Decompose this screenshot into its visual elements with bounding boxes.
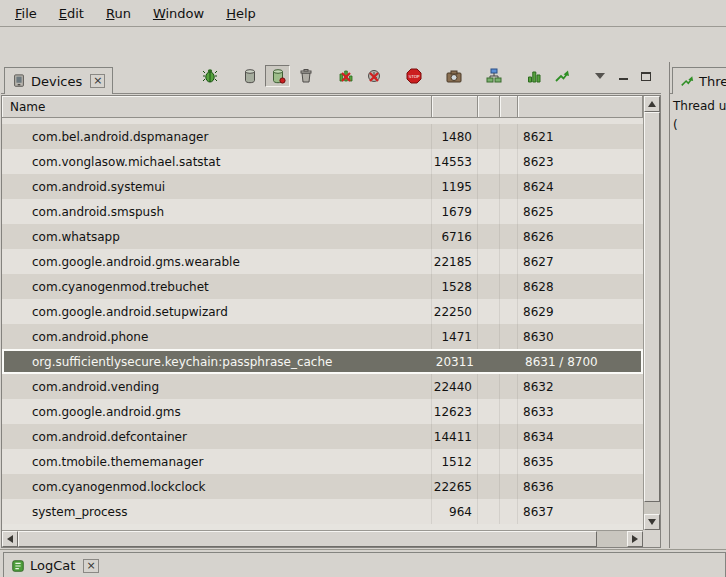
tab-logcat-label: LogCat	[30, 558, 75, 573]
update-threads-button[interactable]	[333, 65, 358, 87]
process-cell-3	[478, 274, 500, 299]
menubar: FileEditRunWindowHelp	[0, 0, 726, 27]
logcat-icon	[11, 559, 25, 573]
start-method-profiling-button[interactable]	[361, 65, 386, 87]
stop-process-button[interactable]: STOP	[401, 65, 426, 87]
arrow-right-icon	[632, 535, 638, 543]
tab-logcat[interactable]: LogCat ×	[3, 552, 726, 577]
process-pid: 1512	[432, 449, 478, 474]
dump-hprof-icon	[270, 68, 286, 84]
table-row[interactable]: com.bel.android.dspmanager 1480 8621	[2, 124, 643, 149]
table-row[interactable]: com.cyanogenmod.lockclock 22265 8636	[2, 474, 643, 499]
table-row[interactable]: com.vonglasow.michael.satstat 14553 8623	[2, 149, 643, 174]
column-header-4[interactable]	[500, 96, 518, 117]
menu-help[interactable]: Help	[215, 3, 267, 24]
screen-capture-icon	[446, 68, 462, 84]
process-name: com.google.android.gms.wearable	[2, 249, 432, 274]
update-heap-button[interactable]	[237, 65, 262, 87]
horizontal-scrollbar[interactable]	[2, 530, 643, 547]
vertical-scrollbar-thumb[interactable]	[644, 112, 660, 502]
process-cell-3	[478, 149, 500, 174]
table-row[interactable]: com.android.systemui 1195 8624	[2, 174, 643, 199]
menu-file[interactable]: File	[4, 3, 48, 24]
method-trace-button[interactable]	[549, 65, 574, 87]
view-menu-icon	[595, 73, 605, 79]
threads-tabbar: Threads	[670, 62, 726, 94]
table-row[interactable]: com.google.android.gms 12623 8633	[2, 399, 643, 424]
process-cell-4	[500, 299, 518, 324]
cause-gc-button[interactable]	[293, 65, 318, 87]
horizontal-scrollbar-track[interactable]	[18, 531, 627, 547]
table-row[interactable]: com.android.smspush 1679 8625	[2, 199, 643, 224]
screen-capture-button[interactable]	[441, 65, 466, 87]
process-cell-3	[478, 474, 500, 499]
device-table-body: com.bel.android.dspmanager 1480 8621 com…	[2, 118, 643, 530]
scroll-up-button[interactable]	[644, 96, 660, 112]
threads-message: Thread up (	[670, 94, 726, 135]
vertical-scrollbar-track[interactable]	[644, 112, 660, 514]
column-header-port[interactable]	[518, 96, 643, 117]
menu-edit[interactable]: Edit	[48, 3, 95, 24]
view-menu-button[interactable]	[591, 69, 609, 84]
dump-hprof-button[interactable]	[265, 65, 290, 87]
process-name: com.android.systemui	[2, 174, 432, 199]
tab-devices[interactable]: Devices ×	[4, 67, 113, 94]
process-name: com.whatsapp	[2, 224, 432, 249]
table-row[interactable]: com.google.android.setupwizard 22250 862…	[2, 299, 643, 324]
dump-view-hierarchy-icon	[486, 68, 502, 84]
tab-threads[interactable]: Threads	[672, 67, 726, 94]
process-cell-3	[478, 174, 500, 199]
table-row[interactable]: com.android.defcontainer 14411 8634	[2, 424, 643, 449]
process-cell-4	[500, 224, 518, 249]
close-icon[interactable]: ×	[83, 559, 98, 573]
tab-devices-label: Devices	[31, 74, 82, 89]
process-pid: 1471	[432, 324, 478, 349]
horizontal-scrollbar-thumb[interactable]	[18, 531, 597, 547]
minimize-button[interactable]	[614, 69, 632, 84]
menu-run[interactable]: Run	[95, 3, 142, 24]
scroll-down-button[interactable]	[644, 514, 660, 530]
heap-bars-button[interactable]	[521, 65, 546, 87]
menu-window[interactable]: Window	[142, 3, 215, 24]
column-header-name[interactable]: Name	[2, 96, 432, 117]
process-port: 8624	[518, 174, 643, 199]
table-row[interactable]: org.sufficientlysecure.keychain:passphra…	[2, 349, 643, 374]
dump-view-hierarchy-button[interactable]	[481, 65, 506, 87]
table-row[interactable]: com.android.vending 22440 8632	[2, 374, 643, 399]
scroll-right-button[interactable]	[627, 531, 643, 547]
process-cell-3	[478, 424, 500, 449]
process-cell-3	[478, 299, 500, 324]
vertical-scrollbar[interactable]	[643, 96, 660, 530]
process-name: com.google.android.setupwizard	[2, 299, 432, 324]
table-row[interactable]: com.android.phone 1471 8630	[2, 324, 643, 349]
process-cell-3	[480, 351, 502, 372]
method-trace-icon	[554, 68, 570, 84]
table-row[interactable]: com.cyanogenmod.trebuchet 1528 8628	[2, 274, 643, 299]
process-cell-4	[500, 249, 518, 274]
process-pid: 1195	[432, 174, 478, 199]
threads-message-line1: Thread up	[673, 97, 726, 116]
maximize-button[interactable]	[637, 69, 655, 84]
table-row[interactable]: com.google.android.gms.wearable 22185 86…	[2, 249, 643, 274]
update-threads-icon	[338, 68, 354, 84]
table-row[interactable]: system_process 964 8637	[2, 499, 643, 524]
process-cell-3	[478, 499, 500, 524]
stop-process-icon: STOP	[406, 68, 422, 84]
process-cell-3	[478, 124, 500, 149]
device-process-table: Name com.bel.android.dspmanager 1480 862…	[1, 95, 661, 548]
process-cell-3	[478, 449, 500, 474]
process-cell-4	[500, 399, 518, 424]
column-header-3[interactable]	[478, 96, 500, 117]
process-name: com.bel.android.dspmanager	[2, 124, 432, 149]
scroll-left-button[interactable]	[2, 531, 18, 547]
process-name: com.tmobile.thememanager	[2, 449, 432, 474]
process-name: com.android.smspush	[2, 199, 432, 224]
debug-process-button[interactable]	[197, 65, 222, 87]
close-icon[interactable]: ×	[90, 74, 105, 88]
process-pid: 6716	[432, 224, 478, 249]
table-row[interactable]: com.whatsapp 6716 8626	[2, 224, 643, 249]
panel-sash-vertical[interactable]	[661, 62, 669, 548]
process-cell-3	[478, 374, 500, 399]
table-row[interactable]: com.tmobile.thememanager 1512 8635	[2, 449, 643, 474]
column-header-pid[interactable]	[432, 96, 478, 117]
